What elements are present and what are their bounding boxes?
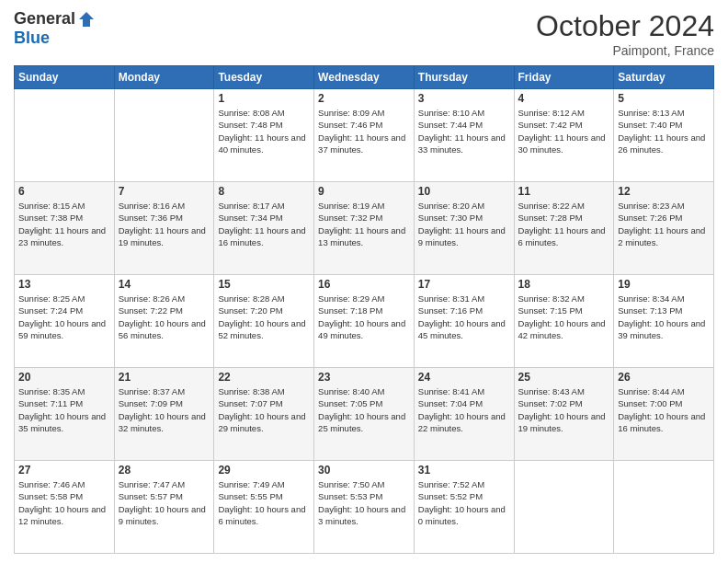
title-section: October 2024 Paimpont, France <box>536 9 714 58</box>
day-info: Sunrise: 8:20 AMSunset: 7:30 PMDaylight:… <box>418 200 510 248</box>
calendar-cell: 22Sunrise: 8:38 AMSunset: 7:07 PMDayligh… <box>214 368 314 461</box>
day-number: 17 <box>418 278 510 291</box>
day-number: 10 <box>418 185 510 198</box>
day-number: 4 <box>518 92 610 105</box>
calendar-cell: 15Sunrise: 8:28 AMSunset: 7:20 PMDayligh… <box>214 275 314 368</box>
day-info: Sunrise: 8:43 AMSunset: 7:02 PMDaylight:… <box>518 385 610 434</box>
day-number: 15 <box>218 278 310 291</box>
weekday-header: Sunday <box>15 66 115 89</box>
calendar-cell <box>15 89 115 182</box>
day-number: 16 <box>318 278 410 291</box>
day-info: Sunrise: 8:09 AMSunset: 7:46 PMDaylight:… <box>318 107 410 155</box>
calendar-cell: 28Sunrise: 7:47 AMSunset: 5:57 PMDayligh… <box>114 461 214 554</box>
day-number: 12 <box>618 185 710 198</box>
calendar-cell: 26Sunrise: 8:44 AMSunset: 7:00 PMDayligh… <box>614 368 714 461</box>
day-number: 7 <box>119 185 210 198</box>
day-number: 25 <box>518 371 610 384</box>
weekday-header: Monday <box>114 66 214 89</box>
calendar-cell: 7Sunrise: 8:16 AMSunset: 7:36 PMDaylight… <box>114 182 214 275</box>
day-info: Sunrise: 8:34 AMSunset: 7:13 PMDaylight:… <box>618 293 710 341</box>
calendar-cell: 3Sunrise: 8:10 AMSunset: 7:44 PMDaylight… <box>414 89 514 182</box>
day-info: Sunrise: 8:13 AMSunset: 7:40 PMDaylight:… <box>618 107 710 155</box>
day-number: 8 <box>218 185 310 198</box>
day-number: 22 <box>218 371 310 384</box>
day-info: Sunrise: 8:31 AMSunset: 7:16 PMDaylight:… <box>418 293 510 341</box>
calendar-cell: 12Sunrise: 8:23 AMSunset: 7:26 PMDayligh… <box>614 182 714 275</box>
day-number: 5 <box>618 92 710 105</box>
day-number: 1 <box>218 92 310 105</box>
day-info: Sunrise: 7:52 AMSunset: 5:52 PMDaylight:… <box>418 478 510 527</box>
calendar-week-row: 20Sunrise: 8:35 AMSunset: 7:11 PMDayligh… <box>15 368 714 461</box>
calendar-cell: 25Sunrise: 8:43 AMSunset: 7:02 PMDayligh… <box>514 368 614 461</box>
calendar-cell: 20Sunrise: 8:35 AMSunset: 7:11 PMDayligh… <box>15 368 115 461</box>
calendar-header-row: SundayMondayTuesdayWednesdayThursdayFrid… <box>15 66 714 89</box>
day-number: 31 <box>418 464 510 477</box>
day-info: Sunrise: 7:49 AMSunset: 5:55 PMDaylight:… <box>218 478 310 527</box>
weekday-header: Wednesday <box>314 66 415 89</box>
weekday-header: Tuesday <box>214 66 314 89</box>
calendar-cell: 17Sunrise: 8:31 AMSunset: 7:16 PMDayligh… <box>414 275 514 368</box>
day-info: Sunrise: 8:40 AMSunset: 7:05 PMDaylight:… <box>318 385 410 434</box>
day-info: Sunrise: 7:47 AMSunset: 5:57 PMDaylight:… <box>119 478 210 527</box>
calendar-cell: 27Sunrise: 7:46 AMSunset: 5:58 PMDayligh… <box>15 461 115 554</box>
day-number: 6 <box>18 185 110 198</box>
calendar-cell: 24Sunrise: 8:41 AMSunset: 7:04 PMDayligh… <box>414 368 514 461</box>
day-info: Sunrise: 8:29 AMSunset: 7:18 PMDaylight:… <box>318 293 410 341</box>
month-title: October 2024 <box>536 9 714 43</box>
calendar-cell: 8Sunrise: 8:17 AMSunset: 7:34 PMDaylight… <box>214 182 314 275</box>
day-info: Sunrise: 8:19 AMSunset: 7:32 PMDaylight:… <box>318 200 410 248</box>
calendar-cell: 11Sunrise: 8:22 AMSunset: 7:28 PMDayligh… <box>514 182 614 275</box>
day-number: 11 <box>518 185 610 198</box>
day-number: 18 <box>518 278 610 291</box>
day-number: 3 <box>418 92 510 105</box>
day-info: Sunrise: 8:35 AMSunset: 7:11 PMDaylight:… <box>18 385 110 434</box>
location: Paimpont, France <box>536 43 714 58</box>
day-info: Sunrise: 7:50 AMSunset: 5:53 PMDaylight:… <box>318 478 410 527</box>
day-number: 23 <box>318 371 410 384</box>
day-info: Sunrise: 8:22 AMSunset: 7:28 PMDaylight:… <box>518 200 610 248</box>
calendar-cell: 1Sunrise: 8:08 AMSunset: 7:48 PMDaylight… <box>214 89 314 182</box>
calendar-cell: 16Sunrise: 8:29 AMSunset: 7:18 PMDayligh… <box>314 275 415 368</box>
day-info: Sunrise: 8:10 AMSunset: 7:44 PMDaylight:… <box>418 107 510 155</box>
day-number: 24 <box>418 371 510 384</box>
calendar-cell: 23Sunrise: 8:40 AMSunset: 7:05 PMDayligh… <box>314 368 415 461</box>
calendar-cell <box>514 461 614 554</box>
day-info: Sunrise: 8:25 AMSunset: 7:24 PMDaylight:… <box>18 293 110 341</box>
day-number: 30 <box>318 464 410 477</box>
calendar-cell: 31Sunrise: 7:52 AMSunset: 5:52 PMDayligh… <box>414 461 514 554</box>
svg-marker-0 <box>79 12 94 27</box>
day-info: Sunrise: 8:15 AMSunset: 7:38 PMDaylight:… <box>18 200 110 248</box>
logo-icon <box>77 10 96 29</box>
day-info: Sunrise: 7:46 AMSunset: 5:58 PMDaylight:… <box>18 478 110 527</box>
calendar-week-row: 27Sunrise: 7:46 AMSunset: 5:58 PMDayligh… <box>15 461 714 554</box>
calendar-cell: 5Sunrise: 8:13 AMSunset: 7:40 PMDaylight… <box>614 89 714 182</box>
weekday-header: Thursday <box>414 66 514 89</box>
calendar-week-row: 13Sunrise: 8:25 AMSunset: 7:24 PMDayligh… <box>15 275 714 368</box>
day-number: 14 <box>119 278 210 291</box>
calendar-cell: 13Sunrise: 8:25 AMSunset: 7:24 PMDayligh… <box>15 275 115 368</box>
day-info: Sunrise: 8:44 AMSunset: 7:00 PMDaylight:… <box>618 385 710 434</box>
day-number: 20 <box>18 371 110 384</box>
calendar-cell: 18Sunrise: 8:32 AMSunset: 7:15 PMDayligh… <box>514 275 614 368</box>
day-info: Sunrise: 8:32 AMSunset: 7:15 PMDaylight:… <box>518 293 610 341</box>
calendar-cell: 4Sunrise: 8:12 AMSunset: 7:42 PMDaylight… <box>514 89 614 182</box>
day-info: Sunrise: 8:41 AMSunset: 7:04 PMDaylight:… <box>418 385 510 434</box>
day-number: 29 <box>218 464 310 477</box>
day-info: Sunrise: 8:23 AMSunset: 7:26 PMDaylight:… <box>618 200 710 248</box>
day-info: Sunrise: 8:12 AMSunset: 7:42 PMDaylight:… <box>518 107 610 155</box>
calendar-cell: 2Sunrise: 8:09 AMSunset: 7:46 PMDaylight… <box>314 89 415 182</box>
day-number: 9 <box>318 185 410 198</box>
calendar-week-row: 6Sunrise: 8:15 AMSunset: 7:38 PMDaylight… <box>15 182 714 275</box>
day-number: 13 <box>18 278 110 291</box>
day-info: Sunrise: 8:37 AMSunset: 7:09 PMDaylight:… <box>119 385 210 434</box>
calendar-cell: 19Sunrise: 8:34 AMSunset: 7:13 PMDayligh… <box>614 275 714 368</box>
day-info: Sunrise: 8:17 AMSunset: 7:34 PMDaylight:… <box>218 200 310 248</box>
day-info: Sunrise: 8:16 AMSunset: 7:36 PMDaylight:… <box>119 200 210 248</box>
page-header: General Blue October 2024 Paimpont, Fran… <box>14 9 714 58</box>
calendar-week-row: 1Sunrise: 8:08 AMSunset: 7:48 PMDaylight… <box>15 89 714 182</box>
calendar-cell: 14Sunrise: 8:26 AMSunset: 7:22 PMDayligh… <box>114 275 214 368</box>
calendar-table: SundayMondayTuesdayWednesdayThursdayFrid… <box>14 65 714 554</box>
day-number: 19 <box>618 278 710 291</box>
calendar-cell: 30Sunrise: 7:50 AMSunset: 5:53 PMDayligh… <box>314 461 415 554</box>
day-info: Sunrise: 8:26 AMSunset: 7:22 PMDaylight:… <box>119 293 210 341</box>
